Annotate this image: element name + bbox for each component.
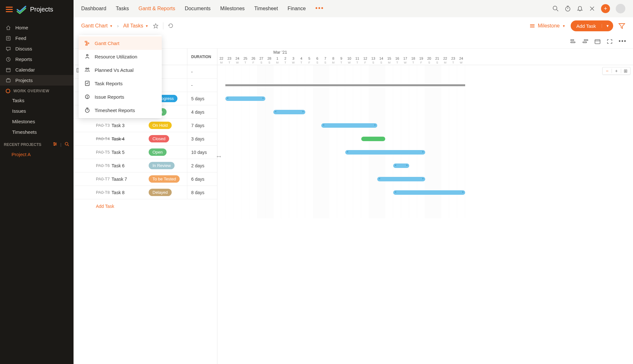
status-pill: Delayed: [149, 189, 172, 196]
gantt-bar[interactable]: [321, 123, 377, 128]
filter-icon[interactable]: [618, 22, 625, 29]
task-row[interactable]: PA0-T7Taask 7To be Tested6 days: [74, 172, 217, 186]
dropdown-item-timesheet-reports[interactable]: Timesheet Reports: [79, 103, 162, 117]
breadcrumb-all-tasks[interactable]: All Tasks ▼: [123, 23, 148, 29]
gantt-bar[interactable]: [393, 190, 465, 195]
sidebar-item-discuss[interactable]: Discuss: [0, 43, 74, 54]
tab-tasks[interactable]: Tasks: [116, 4, 129, 13]
sidebar-item-calendar[interactable]: Calendar: [0, 64, 74, 75]
svg-marker-23: [153, 24, 158, 28]
expand-icon[interactable]: [582, 39, 589, 44]
sidebar-sub-issues[interactable]: Issues: [0, 106, 74, 116]
gantt-bar[interactable]: [393, 163, 409, 168]
dropdown-icon: [84, 107, 90, 113]
dropdown-item-planned-vs-actual[interactable]: Planned Vs Actual: [79, 63, 162, 77]
day-header: 24W: [233, 57, 241, 65]
caret-down-icon[interactable]: ▼: [602, 24, 613, 28]
user-avatar[interactable]: [616, 4, 625, 13]
bell-icon[interactable]: [577, 5, 583, 12]
sidebar-item-projects[interactable]: Projects: [0, 75, 74, 86]
nav-label: Discuss: [15, 46, 32, 51]
dropdown-label: Issue Reports: [95, 94, 124, 100]
sidebar-item-feed[interactable]: Feed: [0, 33, 74, 43]
tab-gantt-reports[interactable]: Gantt & Reports: [138, 4, 175, 13]
day-header: 27S: [257, 57, 265, 65]
tools-icon[interactable]: [589, 5, 595, 12]
gantt-bar[interactable]: [361, 137, 385, 141]
gantt-bar-row: [217, 186, 633, 199]
task-row[interactable]: PA0-T4Task 4Closed3 days: [74, 132, 217, 146]
day-header: 23T: [449, 57, 457, 65]
svg-rect-0: [6, 36, 10, 40]
svg-rect-26: [86, 44, 87, 45]
svg-rect-45: [595, 40, 600, 44]
sidebar-sub-milestones[interactable]: Milestones: [0, 116, 74, 127]
task-row[interactable]: PA0-T6Task 6In Review2 days: [74, 159, 217, 172]
zoom-out-button[interactable]: −: [603, 68, 612, 73]
tab-finance[interactable]: Finance: [287, 4, 306, 13]
svg-rect-44: [583, 42, 587, 43]
dropdown-item-issue-reports[interactable]: Issue Reports: [79, 90, 162, 103]
task-row[interactable]: PA0-T3Task 3On Hold7 days: [74, 119, 217, 132]
more-icon[interactable]: •••: [619, 38, 627, 45]
dropdown-icon: [84, 80, 90, 86]
day-header: 3W: [289, 57, 297, 65]
day-header: 24W: [457, 57, 465, 65]
app-logo-icon: [17, 4, 26, 14]
crumb-label: All Tasks: [123, 23, 143, 29]
gantt-bar[interactable]: [225, 84, 465, 86]
gantt-bar-row: [217, 65, 633, 79]
duration-cell: -: [187, 79, 217, 92]
caret-down-icon: ▼: [145, 24, 148, 28]
dropdown-item-resource-utilization[interactable]: Resource Utilization: [79, 50, 162, 63]
recent-project[interactable]: Project A: [0, 150, 74, 159]
tab-milestones[interactable]: Milestones: [220, 4, 245, 13]
sidebar-item-reports[interactable]: Reports: [0, 54, 74, 64]
dropdown-item-task-reports[interactable]: Task Reports: [79, 77, 162, 90]
search-icon[interactable]: [65, 142, 69, 147]
dropdown-label: Task Reports: [95, 81, 123, 86]
dropdown-item-gantt-chart[interactable]: Gantt Chart: [79, 36, 162, 50]
search-icon[interactable]: [552, 5, 559, 12]
nav-label: Projects: [15, 78, 33, 83]
calendar-icon[interactable]: [594, 39, 601, 44]
timer-icon[interactable]: [565, 5, 571, 12]
refresh-icon[interactable]: [168, 23, 174, 29]
collapse-icon[interactable]: [570, 39, 576, 44]
tab-documents[interactable]: Documents: [185, 4, 211, 13]
add-button[interactable]: +: [601, 4, 610, 13]
day-header: 17W: [401, 57, 409, 65]
gantt-bar[interactable]: [377, 177, 425, 181]
month-label: Mar '21: [273, 50, 287, 55]
zoom-fit-button[interactable]: ⊞: [621, 68, 630, 73]
gantt-bar[interactable]: [273, 110, 305, 114]
sidebar-item-home[interactable]: Home: [0, 22, 74, 33]
gantt-bar[interactable]: [225, 96, 265, 101]
duration-cell: 5 days: [187, 92, 217, 105]
hamburger-menu[interactable]: [6, 7, 13, 12]
add-task-inline[interactable]: Add Task: [74, 199, 217, 213]
nav-icon: [6, 25, 11, 30]
sidebar-sub-tasks[interactable]: Tasks: [0, 95, 74, 106]
task-row[interactable]: PA0-T8Task 8Delayed8 days: [74, 186, 217, 199]
add-task-button[interactable]: Add Task ▼: [571, 20, 613, 31]
day-header: 13S: [369, 57, 377, 65]
fullscreen-icon[interactable]: [606, 39, 613, 44]
svg-point-12: [54, 145, 55, 146]
tab-timesheet[interactable]: Timesheet: [254, 4, 278, 13]
zoom-in-button[interactable]: +: [612, 68, 621, 73]
breadcrumb-gantt-chart[interactable]: Gantt Chart ▼: [81, 23, 113, 29]
day-header: 7S: [321, 57, 329, 65]
duration-cell: 7 days: [187, 119, 217, 132]
tab-dashboard[interactable]: Dashboard: [81, 4, 106, 13]
star-icon[interactable]: [153, 23, 159, 29]
task-row[interactable]: PA0-T5Task 5Open10 days: [74, 146, 217, 159]
task-id: PA0-T6: [96, 163, 110, 168]
milestone-selector[interactable]: Milestone ▼: [529, 23, 565, 29]
resize-handle[interactable]: [217, 153, 219, 158]
sidebar-sub-timesheets[interactable]: Timesheets: [0, 127, 74, 137]
more-tabs-icon[interactable]: •••: [315, 4, 324, 13]
gantt-bar[interactable]: [345, 150, 425, 155]
task-name: Task 5: [112, 150, 124, 155]
settings-icon[interactable]: [53, 142, 57, 147]
